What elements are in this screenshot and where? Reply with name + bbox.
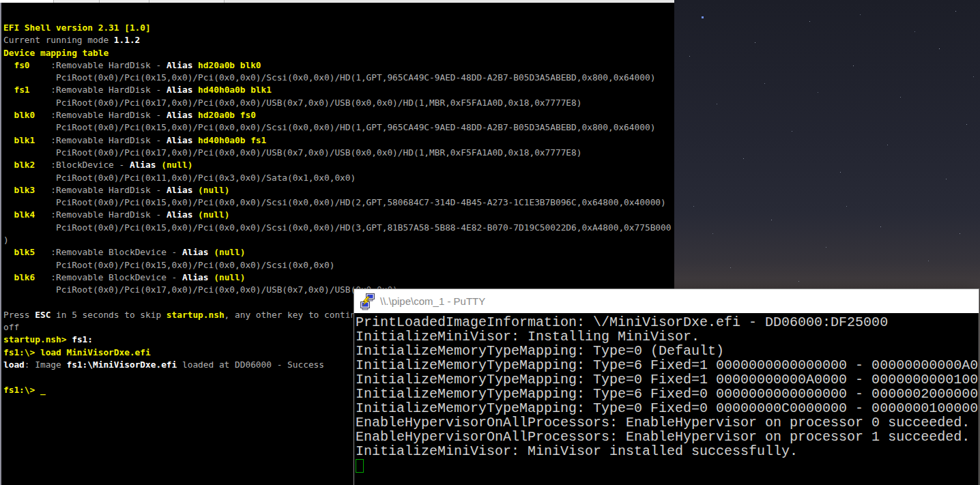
putty-icon bbox=[360, 293, 376, 310]
terminal-line: Current running mode 1.1.2 bbox=[3, 34, 674, 46]
terminal-line: InitializeMemoryTypeMapping: Type=0 Fixe… bbox=[356, 372, 979, 387]
terminal-line: PciRoot(0x0)/Pci(0x15,0x0)/Pci(0x0,0x0)/… bbox=[3, 121, 674, 134]
terminal-line: InitializeMemoryTypeMapping: Type=0 (Def… bbox=[356, 344, 979, 358]
terminal-line: PciRoot(0x0)/Pci(0x11,0x0)/Pci(0x3,0x0)/… bbox=[3, 172, 674, 184]
starfield-decoration bbox=[674, 0, 675, 1]
putty-window: \\.\pipe\com_1 - PuTTY PrintLoadedImageI… bbox=[354, 289, 979, 485]
terminal-line: ) bbox=[3, 234, 674, 246]
terminal-line: Device mapping table bbox=[3, 47, 674, 59]
terminal-line: InitializeMemoryTypeMapping: Type=6 Fixe… bbox=[356, 358, 979, 372]
terminal-line: blk3 :Removable HardDisk - Alias (null) bbox=[3, 184, 674, 196]
terminal-line: PrintLoadedImageInformation: \/MiniVisor… bbox=[356, 315, 979, 329]
terminal-line: PciRoot(0x0)/Pci(0x15,0x0)/Pci(0x0,0x0)/… bbox=[3, 259, 674, 271]
putty-window-title: \\.\pipe\com_1 - PuTTY bbox=[380, 295, 485, 307]
putty-titlebar[interactable]: \\.\pipe\com_1 - PuTTY bbox=[354, 289, 979, 313]
terminal-line: blk6 :Removable BlockDevice - Alias (nul… bbox=[3, 271, 674, 284]
terminal-line: blk0 :Removable HardDisk - Alias hd20a0b… bbox=[3, 109, 674, 121]
terminal-line: PciRoot(0x0)/Pci(0x15,0x0)/Pci(0x0,0x0)/… bbox=[3, 222, 674, 234]
terminal-line: blk2 :BlockDevice - Alias (null) bbox=[3, 159, 674, 171]
terminal-line: InitializeMemoryTypeMapping: Type=6 Fixe… bbox=[356, 387, 979, 401]
terminal-line: fs1 :Removable HardDisk - Alias hd40h0a0… bbox=[3, 84, 674, 96]
window-left-edge bbox=[0, 3, 1, 485]
terminal-line: blk5 :Removable BlockDevice - Alias (nul… bbox=[3, 246, 674, 259]
terminal-line: PciRoot(0x0)/Pci(0x17,0x0)/Pci(0x0,0x0)/… bbox=[3, 147, 674, 159]
terminal-line: blk1 :Removable HardDisk - Alias hd40h0a… bbox=[3, 134, 674, 147]
terminal-line: EnableHypervisorOnAllProcessors: EnableH… bbox=[356, 415, 979, 430]
terminal-line: blk4 :Removable HardDisk - Alias (null) bbox=[3, 209, 674, 221]
terminal-line: InitializeMiniVisor: MiniVisor installed… bbox=[356, 444, 979, 458]
terminal-line: PciRoot(0x0)/Pci(0x15,0x0)/Pci(0x0,0x0)/… bbox=[3, 72, 674, 84]
terminal-line: EnableHypervisorOnAllProcessors: EnableH… bbox=[356, 430, 979, 444]
terminal-cursor bbox=[356, 459, 364, 473]
terminal-line: fs0 :Removable HardDisk - Alias hd20a0b … bbox=[3, 59, 674, 72]
terminal-line: EFI Shell version 2.31 [1.0] bbox=[3, 22, 674, 34]
screen: EFI Shell version 2.31 [1.0]Current runn… bbox=[0, 0, 980, 485]
putty-terminal-screen[interactable]: PrintLoadedImageInformation: \/MiniVisor… bbox=[354, 313, 979, 485]
terminal-line: InitializeMemoryTypeMapping: Type=0 Fixe… bbox=[356, 401, 979, 415]
terminal-line: PciRoot(0x0)/Pci(0x17,0x0)/Pci(0x0,0x0)/… bbox=[3, 97, 674, 109]
terminal-line: PciRoot(0x0)/Pci(0x15,0x0)/Pci(0x0,0x0)/… bbox=[3, 196, 674, 209]
terminal-line: InitializeMiniVisor: Installing MiniViso… bbox=[356, 329, 979, 344]
